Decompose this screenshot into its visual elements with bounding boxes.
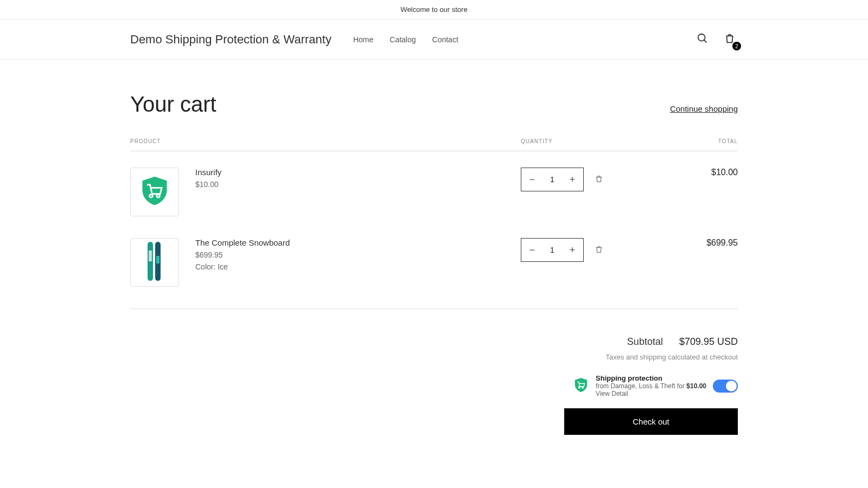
svg-line-1 [704, 40, 707, 43]
increase-button[interactable]: + [561, 239, 583, 261]
item-image[interactable] [130, 168, 179, 216]
item-line-total: $699.95 [662, 238, 738, 248]
search-button[interactable] [694, 30, 711, 48]
shield-icon [138, 175, 171, 209]
protection-toggle[interactable] [713, 380, 738, 393]
decrease-button[interactable]: − [521, 239, 543, 261]
announcement-bar: Welcome to our store [0, 0, 868, 20]
plus-icon: + [570, 245, 576, 256]
snowboard-icon [141, 240, 168, 285]
remove-item-button[interactable] [592, 243, 605, 258]
subtotal-value: $709.95 USD [679, 336, 738, 348]
col-quantity-label: QUANTITY [521, 138, 662, 144]
toggle-knob [726, 381, 737, 391]
quantity-value: 1 [543, 175, 561, 184]
item-name[interactable]: Insurify [195, 168, 521, 177]
item-line-total: $10.00 [662, 168, 738, 177]
store-logo[interactable]: Demo Shipping Protection & Warranty [130, 33, 331, 47]
minus-icon: − [529, 245, 535, 256]
col-total-label: TOTAL [662, 138, 738, 144]
increase-button[interactable]: + [561, 168, 583, 191]
item-unit-price: $10.00 [195, 180, 521, 189]
shipping-protection-widget: Shipping protection from Damage, Loss & … [573, 374, 738, 397]
quantity-stepper: − 1 + [521, 238, 584, 262]
cart-summary: Subtotal $709.95 USD Taxes and shipping … [130, 336, 738, 435]
search-icon [697, 38, 709, 46]
protection-desc: from Damage, Loss & Theft for $10.00 [596, 382, 706, 390]
protection-view-detail[interactable]: View Detail [596, 390, 706, 397]
divider [130, 309, 738, 309]
decrease-button[interactable]: − [521, 168, 543, 191]
item-variant: Color: Ice [195, 262, 521, 271]
quantity-value: 1 [543, 246, 561, 254]
tax-note: Taxes and shipping calculated at checkou… [605, 353, 738, 361]
main-nav: Home Catalog Contact [353, 35, 458, 44]
continue-shopping-link[interactable]: Continue shopping [670, 104, 738, 113]
item-image[interactable] [130, 238, 179, 287]
checkout-button[interactable]: Check out [564, 408, 738, 435]
site-header: Demo Shipping Protection & Warranty Home… [0, 20, 868, 60]
item-name[interactable]: The Complete Snowboard [195, 238, 521, 247]
col-product-label: PRODUCT [130, 138, 521, 144]
plus-icon: + [570, 174, 576, 185]
minus-icon: − [529, 174, 535, 185]
quantity-stepper: − 1 + [521, 168, 584, 191]
protection-title: Shipping protection [596, 374, 706, 382]
cart-button[interactable]: 2 [722, 30, 738, 48]
trash-icon [595, 177, 603, 185]
svg-rect-5 [149, 251, 152, 261]
nav-catalog[interactable]: Catalog [390, 35, 416, 44]
nav-contact[interactable]: Contact [432, 35, 458, 44]
trash-icon [595, 247, 603, 255]
subtotal-label: Subtotal [627, 336, 663, 348]
remove-item-button[interactable] [592, 172, 605, 187]
svg-point-0 [698, 34, 705, 41]
cart-table-header: PRODUCT QUANTITY TOTAL [130, 138, 738, 151]
nav-home[interactable]: Home [353, 35, 373, 44]
cart-badge: 2 [732, 42, 741, 50]
cart-page: Your cart Continue shopping PRODUCT QUAN… [108, 60, 760, 467]
cart-item: Insurify $10.00 − 1 + $10.00 [130, 168, 738, 216]
shield-icon [573, 377, 589, 395]
item-unit-price: $699.95 [195, 251, 521, 259]
page-title: Your cart [130, 92, 216, 117]
svg-rect-7 [156, 256, 159, 264]
cart-item: The Complete Snowboard $699.95 Color: Ic… [130, 238, 738, 287]
